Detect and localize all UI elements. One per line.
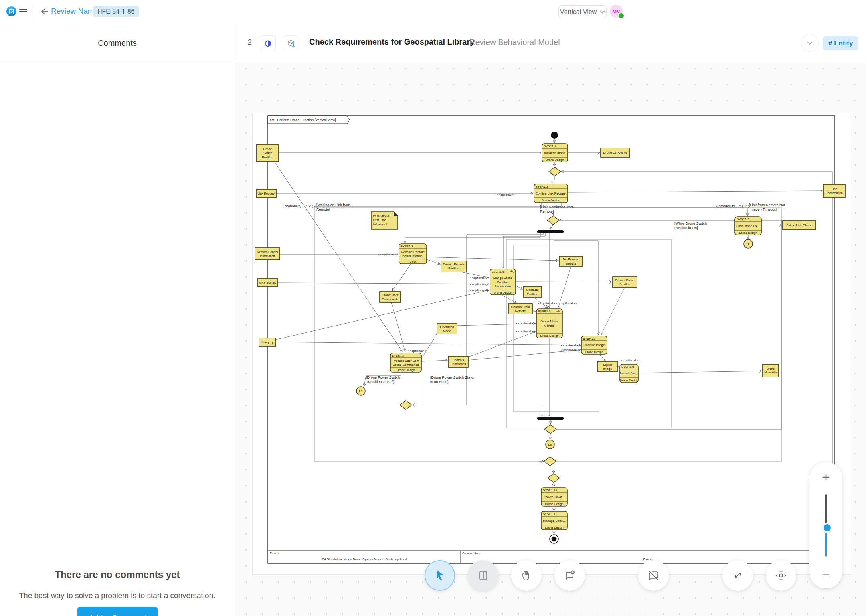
- fit-to-screen-button[interactable]: [722, 560, 753, 591]
- edge: [412, 372, 423, 405]
- diagram-label: behavior?: [373, 223, 387, 226]
- diagram-label: Drone Design: [494, 291, 512, 294]
- diagram-canvas[interactable]: act _Perform Drone Function [Vertical Vi…: [253, 113, 850, 574]
- diagram-label: [Waiting on Link from: [316, 203, 350, 207]
- diagram-label: { probability = "0.5" }: [716, 204, 749, 208]
- fork-join-bar[interactable]: [537, 230, 564, 233]
- diagram-label: Information: [763, 371, 777, 374]
- zoom-slider-track-upper: [825, 494, 827, 526]
- action-node-SYSF.1.11[interactable]: SYSF.1.11Manage Batte...Drone Design: [541, 511, 567, 530]
- edge: [558, 266, 571, 307]
- object-node-imagery[interactable]: Imagery: [259, 338, 276, 346]
- edge: [274, 162, 402, 351]
- edge: [503, 233, 545, 268]
- object-node-failed-link-chime[interactable]: Failed Link Chime: [783, 221, 816, 230]
- select-tool-button[interactable]: [425, 560, 455, 591]
- zoom-out-button[interactable]: −: [809, 567, 842, 583]
- edge: [638, 371, 762, 373]
- split-panel-icon: [476, 569, 490, 582]
- action-node-SYSF.1.4[interactable]: SYSF.1.4Process User SentDrone CommandsD…: [390, 353, 421, 372]
- action-node-SYSF.1.3[interactable]: SYSF.1.3Receive RemoteControl Informa...…: [399, 244, 427, 264]
- diagram-label: Position: [448, 267, 459, 270]
- action-node-SYSF.1.6[interactable]: SYSF.1.6Drone MotorControlDrone Design: [536, 309, 562, 338]
- decision-node[interactable]: [400, 401, 412, 409]
- entity-type-button[interactable]: [260, 35, 276, 51]
- split-view-button[interactable]: [468, 560, 498, 591]
- object-node-link-request[interactable]: Link Request: [257, 189, 276, 198]
- action-node-SYSF.1.10[interactable]: SYSF.1.10Power Down...Drone Design: [541, 488, 567, 506]
- object-node-gps-signals[interactable]: GPS Signals: [258, 278, 277, 287]
- object-node-operation-mode[interactable]: OperationMode: [437, 324, 457, 334]
- edge: [601, 288, 625, 335]
- object-node-drone-information[interactable]: DroneInformation: [763, 364, 779, 377]
- diagram-label: Transmit Dron...: [619, 372, 638, 375]
- edge: [550, 225, 553, 229]
- action-node-SYSF.1.2[interactable]: SYSF.1.2Confirm Link RequestDrone Design: [534, 184, 568, 203]
- object-node-drone-drone-position[interactable]: Drone - DronePosition: [613, 277, 637, 288]
- decision-node[interactable]: [549, 167, 561, 176]
- edge: [516, 282, 612, 282]
- back-arrow-icon[interactable]: [39, 7, 49, 16]
- decision-node[interactable]: [544, 457, 556, 466]
- edge: [427, 259, 440, 264]
- menu-icon[interactable]: [19, 7, 27, 15]
- diagram-label: <<optional>>: [516, 322, 535, 325]
- object-node-controls-commands[interactable]: ControlsCommands: [448, 356, 468, 367]
- action-node-SYSF.1.5[interactable]: SYSF.1.5Mange DronePositionInformationDr…: [490, 269, 516, 295]
- diagram-label: GPS Signals: [259, 281, 276, 284]
- local-exit-node[interactable]: LE: [356, 387, 365, 395]
- decision-node[interactable]: [544, 425, 556, 434]
- diagram-label: Power Down...: [544, 495, 565, 499]
- move-canvas-button[interactable]: [766, 560, 796, 591]
- model-search-button[interactable]: [283, 35, 299, 51]
- initial-node[interactable]: [551, 132, 558, 139]
- diagram-label: What about: [373, 214, 390, 217]
- edge: [421, 360, 447, 361]
- activity-diagram: act _Perform Drone Function [Vertical Vi…: [253, 113, 850, 574]
- add-comment-button[interactable]: Add a Comment: [77, 607, 158, 616]
- object-node-drone-user-commands[interactable]: Drone UserCommands: [380, 292, 401, 302]
- review-name-link[interactable]: Review Name: [51, 7, 98, 16]
- object-node-drone-switch-position[interactable]: DroneSwitchPosition: [257, 144, 279, 162]
- view-selector-dropdown[interactable]: Vertical View: [558, 5, 607, 18]
- edge: [556, 220, 782, 429]
- object-node-link-confirmation[interactable]: LinkConfirmation: [823, 184, 845, 197]
- add-comment-tool-button[interactable]: [554, 560, 585, 591]
- review-id-badge: HFE-54-T-86: [93, 6, 139, 17]
- diagram-label: SYSF.1.7: [583, 337, 595, 340]
- local-exit-node[interactable]: LE: [744, 239, 753, 248]
- comments-title: Comments: [98, 38, 137, 48]
- move-icon: [774, 569, 788, 582]
- zoom-in-button[interactable]: +: [809, 469, 842, 485]
- object-node-no-remote-update[interactable]: No RemoteUpdate: [559, 256, 583, 266]
- diagram-label: { probability = ".5" }: [283, 204, 313, 208]
- diagram-label: Remote]: [540, 209, 554, 213]
- action-node-SYSF.1.9[interactable]: SYSF.1.9Emit Drone Fai...Drone Design: [735, 217, 761, 235]
- collapse-header-button[interactable]: [801, 34, 819, 52]
- zoom-slider-handle[interactable]: [822, 523, 832, 533]
- action-node-SYSF.1.7[interactable]: SYSF.1.7Capture ImageDrone Design: [581, 336, 607, 354]
- object-node-digital-image[interactable]: DigitalImage: [597, 361, 617, 372]
- action-node-SYSF.1.1[interactable]: SYSF.1.1Initialize DroneDrone Design: [542, 144, 568, 162]
- decision-node[interactable]: [547, 216, 559, 225]
- object-node-drone-on-chime[interactable]: Drone On Chime: [601, 148, 630, 157]
- object-node-obstacle-position[interactable]: ObstaclePosition: [523, 286, 542, 297]
- decision-node[interactable]: [548, 474, 560, 482]
- diagram-label: Drone Design: [546, 158, 564, 162]
- pan-tool-button[interactable]: [511, 560, 542, 591]
- diagram-label: Drone Design: [545, 502, 564, 506]
- diagram-label: Transitions to Off]: [366, 380, 395, 384]
- hide-comments-button[interactable]: [638, 560, 669, 591]
- avatar[interactable]: MV: [610, 5, 623, 18]
- edge: [516, 286, 522, 289]
- diagram-label: SYSF.1.4: [392, 354, 404, 357]
- object-node-drone-remote-position[interactable]: Drone - RemotePosition: [441, 261, 466, 272]
- object-node-distance-from-remote[interactable]: Distance fromRemote: [508, 304, 532, 314]
- diagram-label: I24 Standalone Video Drone System Model …: [321, 557, 407, 561]
- action-node-SYSF.1.8[interactable]: SYSF.1.8Transmit Dron...Drone Design: [619, 364, 638, 383]
- app-logo-icon[interactable]: [6, 6, 16, 16]
- object-node-remote-control-information[interactable]: Remote ControlInformation: [255, 248, 280, 260]
- fork-join-bar[interactable]: [537, 417, 564, 420]
- diagram-label: SYSF.1.1: [544, 144, 556, 148]
- local-exit-node[interactable]: LE: [546, 440, 554, 449]
